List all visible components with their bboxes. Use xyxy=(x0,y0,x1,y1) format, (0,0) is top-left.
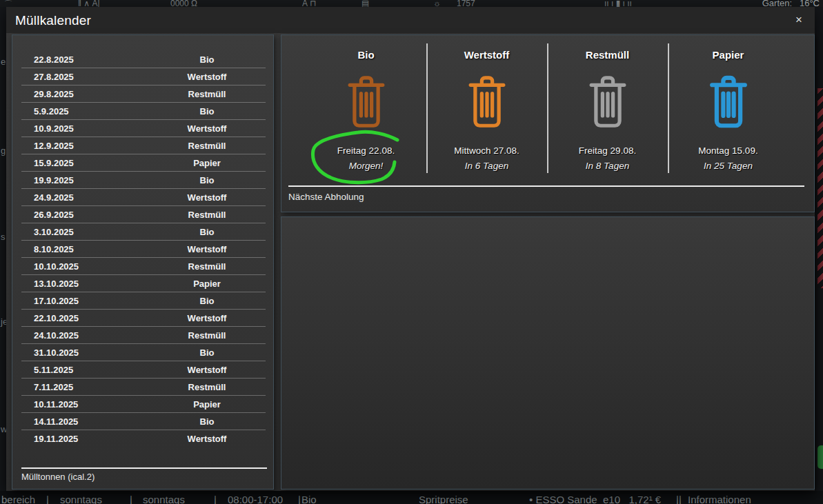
bg-fragment: g xyxy=(1,145,6,156)
schedule-type: Papier xyxy=(148,158,266,168)
table-row: 24.10.2025 Restmüll xyxy=(21,327,266,344)
schedule-type: Wertstoff xyxy=(148,192,266,203)
bg-fragment: 08:00-17:00 xyxy=(228,494,283,504)
table-row: 13.10.2025 Papier xyxy=(21,275,266,292)
bg-fragment: bereich xyxy=(1,494,35,504)
bg-fragment: | xyxy=(214,494,217,504)
bg-fragment: • ESSO Sande e10 1,72¹ € xyxy=(529,494,661,504)
schedule-date: 5.11.2025 xyxy=(21,365,148,375)
trash-icon xyxy=(466,75,508,129)
schedule-date: 19.9.2025 xyxy=(21,175,148,185)
table-row: 14.11.2025 Bio xyxy=(21,413,266,430)
schedule-type: Restmüll xyxy=(148,141,266,151)
table-row: 17.10.2025 Bio xyxy=(21,292,266,310)
bg-fragment: s xyxy=(1,232,6,242)
schedule-date: 17.10.2025 xyxy=(21,296,148,306)
schedule-type: Restmüll xyxy=(148,261,266,272)
table-row: 5.11.2025 Wertstoff xyxy=(21,361,266,379)
schedule-panel: 22.8.2025 Bio 27.8.2025 Wertstoff 29.8.2… xyxy=(12,34,274,490)
hazard-stripes-decoration xyxy=(817,88,823,288)
column-relative: In 6 Tagen xyxy=(426,161,547,171)
schedule-date: 12.9.2025 xyxy=(21,141,148,151)
table-row: 31.10.2025 Bio xyxy=(21,344,266,361)
trash-icon xyxy=(345,75,388,129)
next-pickup-column: Papier Montag 15.09. In 25 Tagen xyxy=(668,42,789,201)
schedule-type: Papier xyxy=(148,279,266,289)
garden-temperature-status: Garten: 16°C xyxy=(762,0,820,7)
bg-fragment: sonntags xyxy=(143,494,185,504)
dialog-header: Müllkalender × xyxy=(6,7,815,33)
schedule-table: 22.8.2025 Bio 27.8.2025 Wertstoff 29.8.2… xyxy=(21,51,266,447)
next-pickup-column: Bio Freitag 22.08. Morgen! xyxy=(306,42,426,201)
table-row: 3.10.2025 Bio xyxy=(21,223,266,241)
column-title: Bio xyxy=(306,49,426,61)
bg-fragment: 0000 Ω xyxy=(170,0,197,7)
schedule-date: 24.9.2025 xyxy=(21,192,148,203)
table-row: 24.9.2025 Wertstoff xyxy=(21,189,266,206)
bg-fragment: 1757 xyxy=(457,0,475,7)
bg-fragment: | xyxy=(46,494,49,504)
schedule-type: Wertstoff xyxy=(148,72,266,82)
schedule-footer-label: Mülltonnen (ical.2) xyxy=(21,472,95,482)
next-pickup-panel: Bio Freitag 22.08. Morgen! Wertstoff xyxy=(281,34,815,212)
bg-fragment: Spritpreise xyxy=(419,494,468,504)
background-bottom-strip: bereich|sonntags|sonntags|08:00-17:00|Bi… xyxy=(0,491,823,504)
annotation-circle xyxy=(306,125,426,201)
screen: Garten: 16°C ⌒‖ ∧ Ä|0000 ΩÅ ⊓▤☼1757ıı ı … xyxy=(0,0,823,504)
column-divider xyxy=(547,43,548,173)
close-icon[interactable]: × xyxy=(789,7,809,33)
column-relative: In 25 Tagen xyxy=(668,161,789,171)
background-top-strip: Garten: 16°C ⌒‖ ∧ Ä|0000 ΩÅ ⊓▤☼1757ıı ı … xyxy=(0,0,823,7)
next-pickup-column: Restmüll Freitag 29.08. In 8 Tagen xyxy=(547,42,668,201)
bg-fragment: Informationen xyxy=(688,494,751,504)
schedule-date: 8.10.2025 xyxy=(21,244,148,254)
annotation-path xyxy=(313,132,397,183)
table-row: 22.8.2025 Bio xyxy=(21,51,266,68)
column-divider xyxy=(668,43,669,173)
schedule-date: 24.10.2025 xyxy=(21,330,148,341)
schedule-type: Restmüll xyxy=(148,330,266,341)
schedule-footer-divider xyxy=(21,467,267,469)
table-row: 29.8.2025 Restmüll xyxy=(21,85,266,103)
column-relative: In 8 Tagen xyxy=(547,161,668,171)
table-row: 7.11.2025 Restmüll xyxy=(21,379,266,396)
next-pickup-column: Wertstoff Mittwoch 27.08. In 6 Tagen xyxy=(426,42,547,201)
schedule-date: 19.11.2025 xyxy=(21,434,148,444)
bg-fragment: ıı ı ▮ ı ıı xyxy=(604,0,632,7)
bg-fragment: Bio xyxy=(301,494,317,504)
schedule-date: 3.10.2025 xyxy=(21,227,148,237)
schedule-type: Bio xyxy=(148,54,266,65)
bg-fragment: w xyxy=(1,424,6,434)
green-status-fragment xyxy=(817,445,823,469)
schedule-type: Bio xyxy=(148,106,266,117)
table-row: 15.9.2025 Papier xyxy=(21,154,266,172)
schedule-date: 29.8.2025 xyxy=(21,89,148,99)
column-divider xyxy=(426,43,428,173)
schedule-date: 14.11.2025 xyxy=(21,416,148,427)
bg-fragment: Å ⊓ xyxy=(302,0,317,7)
table-row: 8.10.2025 Wertstoff xyxy=(21,241,266,258)
dialog-title: Müllkalender xyxy=(15,7,91,34)
schedule-date: 13.10.2025 xyxy=(21,279,148,289)
schedule-date: 26.9.2025 xyxy=(21,210,148,220)
bg-fragment: ‖ ∧ Ä| xyxy=(78,0,100,7)
table-row: 19.9.2025 Bio xyxy=(21,172,266,189)
schedule-type: Papier xyxy=(148,399,266,410)
schedule-type: Wertstoff xyxy=(148,365,266,375)
schedule-date: 10.10.2025 xyxy=(21,261,148,272)
bg-fragment: | xyxy=(298,494,301,504)
table-row: 22.10.2025 Wertstoff xyxy=(21,310,266,327)
schedule-type: Wertstoff xyxy=(148,244,266,254)
schedule-type: Bio xyxy=(148,347,266,358)
schedule-type: Wertstoff xyxy=(148,123,266,134)
bg-fragment: ☼ xyxy=(433,0,441,7)
schedule-type: Bio xyxy=(148,227,266,237)
schedule-type: Wertstoff xyxy=(148,434,266,444)
schedule-date: 27.8.2025 xyxy=(21,72,148,82)
schedule-date: 7.11.2025 xyxy=(21,382,148,392)
table-row: 5.9.2025 Bio xyxy=(21,103,266,120)
schedule-date: 15.9.2025 xyxy=(21,158,148,168)
next-pickup-footer-label: Nächste Abholung xyxy=(288,192,364,202)
bg-fragment: | xyxy=(130,494,132,504)
schedule-type: Bio xyxy=(148,175,266,185)
